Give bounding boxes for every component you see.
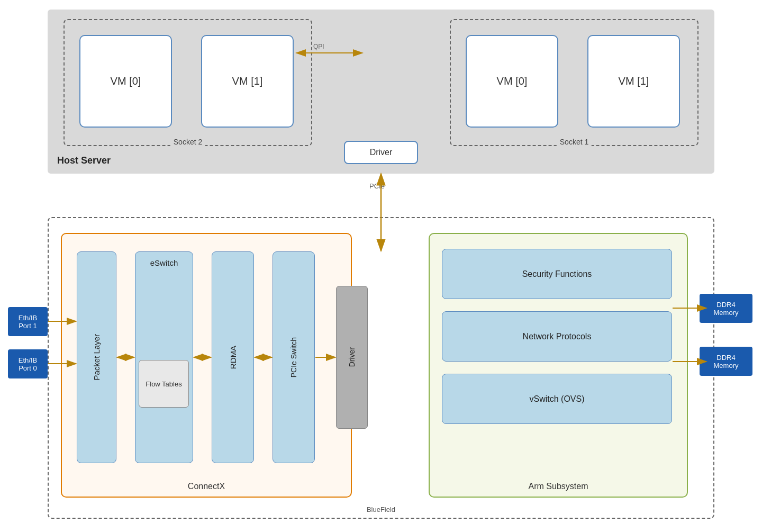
- eswitch: eSwitch: [135, 251, 193, 463]
- security-functions: Security Functions: [442, 249, 672, 299]
- pcie-switch: PCIe Switch: [273, 251, 315, 463]
- vm-s2-0: VM [0]: [79, 35, 172, 128]
- host-server-label: Host Server: [57, 155, 111, 166]
- bf-driver: Driver: [336, 286, 368, 429]
- eth-ib-port0: Eth/IBPort 0: [8, 349, 48, 378]
- host-server: Host Server VM [0] VM [1] Socket 2 VM [0…: [48, 10, 714, 174]
- diagram-container: Host Server VM [0] VM [1] Socket 2 VM [0…: [0, 0, 762, 532]
- socket2: VM [0] VM [1] Socket 2: [64, 19, 312, 146]
- vm-s1-1: VM [1]: [587, 35, 680, 128]
- vswitch-ovs: vSwitch (OVS): [442, 374, 672, 424]
- pcie-label: PCIe: [369, 182, 385, 190]
- connectx-label: ConnectX: [188, 482, 225, 491]
- bluefield-label: BlueField: [367, 506, 395, 513]
- flow-tables: Flow Tables: [139, 360, 189, 408]
- arm-label: Arm Subsystem: [529, 482, 588, 491]
- vm-s1-0: VM [0]: [466, 35, 558, 128]
- socket2-label: Socket 2: [170, 138, 205, 146]
- socket1: VM [0] VM [1] Socket 1: [450, 19, 698, 146]
- host-driver: Driver: [344, 141, 418, 164]
- network-protocols: Network Protocols: [442, 311, 672, 362]
- rdma: RDMA: [212, 251, 254, 463]
- ddr4-memory-0: DDR4Memory: [700, 347, 752, 376]
- ddr4-memory-1: DDR4Memory: [700, 294, 752, 323]
- eth-ib-port1: Eth/IBPort 1: [8, 307, 48, 336]
- packet-layer: Packet Layer: [77, 251, 116, 463]
- vm-s2-1: VM [1]: [201, 35, 294, 128]
- socket1-label: Socket 1: [557, 138, 592, 146]
